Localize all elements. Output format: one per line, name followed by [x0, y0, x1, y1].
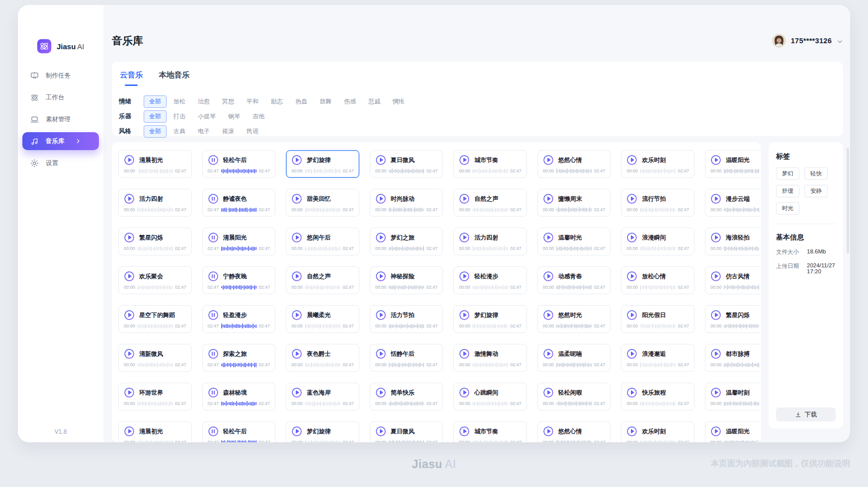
music-card[interactable]: 轻松午后 02:47 02:47 — [202, 421, 276, 442]
play-icon[interactable] — [543, 387, 554, 398]
music-card[interactable]: 放松心情 00:00 02:47 — [621, 266, 694, 294]
music-card[interactable]: 静谧夜色 02:47 02:47 — [202, 189, 276, 217]
filter-chip-0-7[interactable]: 鼓舞 — [314, 95, 337, 108]
play-icon[interactable] — [291, 348, 302, 359]
play-icon[interactable] — [291, 193, 302, 204]
tab-local-music[interactable]: 本地音乐 — [158, 68, 191, 86]
music-card[interactable]: 轻盈漫步 02:47 02:47 — [202, 305, 276, 333]
sidebar-item-tasks[interactable]: 制作任务 — [22, 67, 99, 84]
play-icon[interactable] — [459, 426, 470, 437]
filter-chip-1-3[interactable]: 钢琴 — [223, 110, 246, 123]
music-card[interactable]: 环游世界 00:00 02:47 — [118, 383, 192, 410]
music-card[interactable]: 探索之旅 02:47 02:47 — [202, 344, 276, 372]
filter-chip-2-1[interactable]: 古典 — [168, 125, 191, 138]
music-card[interactable]: 恬静午后 00:00 02:47 — [370, 344, 443, 372]
music-card[interactable]: 活力四射 00:00 02:47 — [118, 189, 192, 217]
play-icon[interactable] — [291, 426, 302, 437]
music-card[interactable]: 繁星闪烁 00:00 02:47 — [118, 228, 192, 255]
play-icon[interactable] — [710, 426, 721, 437]
play-icon[interactable] — [124, 426, 135, 437]
play-icon[interactable] — [375, 271, 386, 282]
play-icon[interactable] — [459, 271, 470, 282]
filter-chip-1-2[interactable]: 小提琴 — [192, 110, 221, 123]
play-icon[interactable] — [626, 271, 637, 282]
play-icon[interactable] — [124, 310, 135, 321]
filter-chip-0-4[interactable]: 平和 — [241, 95, 264, 108]
play-icon[interactable] — [124, 348, 135, 359]
play-icon[interactable] — [543, 193, 554, 204]
download-button[interactable]: 下载 — [776, 407, 836, 421]
music-card[interactable]: 清晨初光 00:00 02:47 — [118, 421, 192, 442]
filter-chip-0-9[interactable]: 悲戚 — [363, 95, 386, 108]
play-icon[interactable] — [459, 155, 470, 165]
music-card[interactable]: 星空下的舞蹈 00:00 02:47 — [118, 305, 192, 333]
play-icon[interactable] — [375, 155, 386, 165]
music-card[interactable]: 神秘探险 00:00 02:47 — [370, 266, 443, 294]
play-icon[interactable] — [543, 310, 554, 321]
filter-chip-0-2[interactable]: 治愈 — [192, 95, 215, 108]
sidebar-item-assets[interactable]: 素材管理 — [22, 110, 99, 128]
filter-chip-0-5[interactable]: 励志 — [265, 95, 288, 108]
play-icon[interactable] — [626, 155, 637, 165]
music-card[interactable]: 梦幻旋律 00:00 02:47 — [453, 305, 527, 333]
play-icon[interactable] — [626, 232, 637, 243]
music-card[interactable]: 流行节拍 00:00 02:47 — [621, 189, 694, 217]
music-card[interactable]: 激情舞动 00:00 02:47 — [453, 344, 527, 372]
music-card[interactable]: 悠然心情 00:00 02:47 — [537, 150, 611, 178]
play-icon[interactable] — [459, 193, 470, 204]
music-card[interactable]: 森林秘境 02:47 02:47 — [202, 383, 276, 410]
music-card[interactable]: 漫步云端 00:00 02:47 — [705, 189, 761, 217]
music-card[interactable]: 欢乐时刻 00:00 02:47 — [621, 421, 694, 442]
filter-chip-0-8[interactable]: 伤感 — [339, 95, 361, 108]
music-card[interactable]: 轻松闲暇 00:00 02:47 — [537, 383, 611, 410]
music-card[interactable]: 时尚脉动 00:00 02:47 — [370, 189, 443, 217]
play-icon[interactable] — [543, 348, 554, 359]
music-card[interactable]: 温馨时刻 00:00 02:47 — [705, 383, 761, 410]
filter-chip-1-1[interactable]: 打击 — [168, 110, 191, 123]
filter-chip-0-3[interactable]: 冥想 — [217, 95, 240, 108]
sidebar-item-settings[interactable]: 设置 — [22, 154, 99, 172]
play-icon[interactable] — [375, 310, 386, 321]
play-icon[interactable] — [291, 271, 302, 282]
play-icon[interactable] — [710, 387, 721, 398]
pause-icon[interactable] — [208, 232, 219, 243]
music-card[interactable]: 温馨时光 00:00 02:47 — [537, 228, 611, 255]
music-card[interactable]: 悠然时光 00:00 02:47 — [537, 305, 611, 333]
pause-icon[interactable] — [208, 387, 219, 398]
play-icon[interactable] — [291, 310, 302, 321]
music-card[interactable]: 夏日微风 00:00 02:47 — [370, 421, 443, 442]
pause-icon[interactable] — [208, 426, 219, 437]
play-icon[interactable] — [710, 193, 721, 204]
play-icon[interactable] — [626, 348, 637, 359]
play-icon[interactable] — [291, 155, 302, 165]
music-card[interactable]: 动感青春 00:00 02:47 — [537, 266, 611, 294]
play-icon[interactable] — [459, 310, 470, 321]
pause-icon[interactable] — [208, 271, 219, 282]
music-card[interactable]: 悠然心情 00:00 02:47 — [537, 421, 611, 442]
music-card[interactable]: 浪漫邂逅 00:00 02:47 — [621, 344, 694, 372]
music-card[interactable]: 心跳瞬间 00:00 02:47 — [453, 383, 527, 410]
play-icon[interactable] — [124, 155, 135, 165]
music-card[interactable]: 梦幻之旅 00:00 02:47 — [370, 228, 443, 255]
play-icon[interactable] — [543, 232, 554, 243]
play-icon[interactable] — [626, 310, 637, 321]
music-card[interactable]: 梦幻旋律 00:00 02:47 — [286, 421, 359, 442]
music-card[interactable]: 欢乐聚会 00:00 02:47 — [118, 266, 192, 294]
music-card[interactable]: 清晨阳光 02:47 02:47 — [202, 228, 276, 255]
play-icon[interactable] — [543, 271, 554, 282]
play-icon[interactable] — [291, 232, 302, 243]
filter-chip-1-0[interactable]: 全部 — [144, 110, 167, 123]
play-icon[interactable] — [626, 387, 637, 398]
play-icon[interactable] — [710, 155, 721, 165]
music-card[interactable]: 城市节奏 00:00 02:47 — [453, 150, 527, 178]
play-icon[interactable] — [375, 193, 386, 204]
music-card[interactable]: 温柔呢喃 00:00 02:47 — [537, 344, 611, 372]
music-card[interactable]: 清晨初光 00:00 02:47 — [118, 150, 192, 178]
music-card[interactable]: 清新微风 00:00 02:47 — [118, 344, 192, 372]
music-card[interactable]: 都市脉搏 00:00 02:47 — [705, 344, 761, 372]
music-card[interactable]: 夜色爵士 00:00 02:47 — [286, 344, 359, 372]
pause-icon[interactable] — [208, 310, 219, 321]
filter-chip-2-3[interactable]: 摇滚 — [217, 125, 240, 138]
music-card[interactable]: 温暖阳光 00:00 02:47 — [705, 421, 761, 442]
filter-chip-0-0[interactable]: 全部 — [144, 95, 167, 108]
